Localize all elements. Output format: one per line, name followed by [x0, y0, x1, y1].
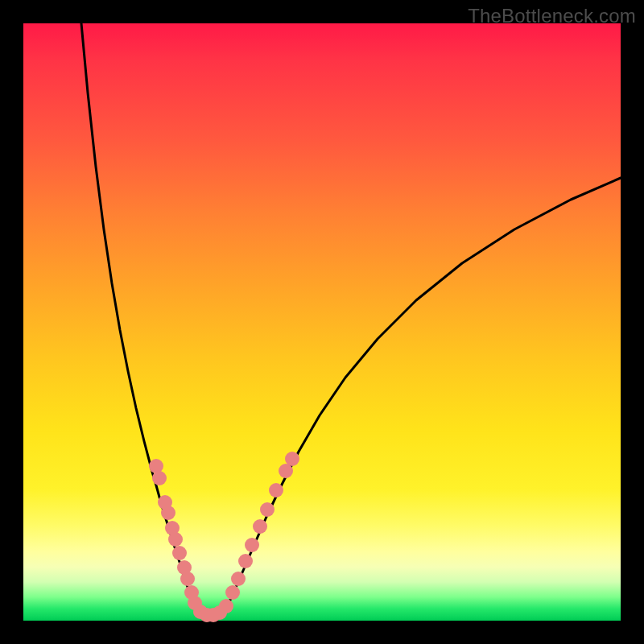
scatter-dot — [225, 585, 240, 600]
curves-svg — [23, 23, 621, 621]
scatter-dot — [168, 532, 183, 547]
scatter-dot — [161, 506, 175, 520]
plot-area — [23, 23, 621, 621]
scatter-dot — [269, 483, 283, 497]
scatter-dot — [285, 452, 299, 466]
bottleneck-curve — [81, 23, 621, 617]
scatter-dot — [253, 519, 267, 534]
v-curve-path — [81, 23, 621, 617]
scatter-dot — [245, 538, 259, 552]
scatter-dot — [219, 599, 233, 613]
scatter-dots — [149, 452, 299, 622]
chart-frame: TheBottleneck.com — [0, 0, 644, 644]
watermark-text: TheBottleneck.com — [468, 5, 636, 27]
scatter-dot — [238, 554, 253, 568]
scatter-dot — [180, 572, 195, 586]
scatter-dot — [260, 502, 275, 517]
scatter-dot — [152, 471, 167, 485]
scatter-dot — [231, 572, 246, 586]
scatter-dot — [172, 546, 187, 560]
